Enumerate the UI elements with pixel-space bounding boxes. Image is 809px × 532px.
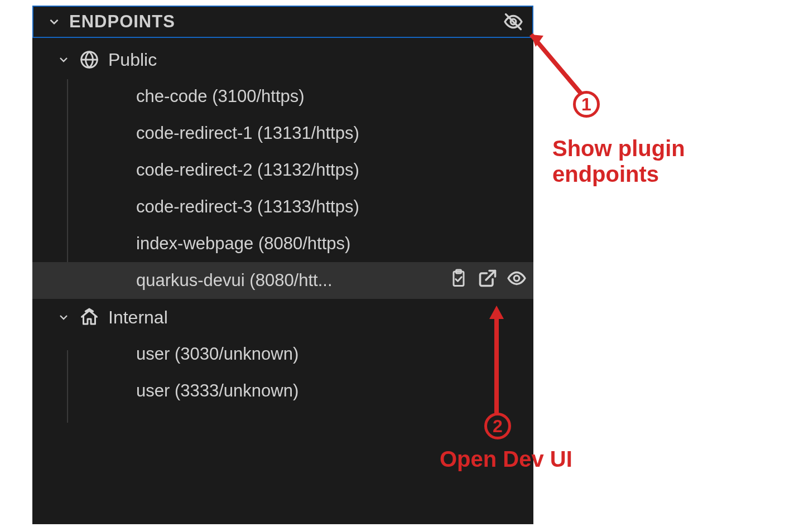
endpoint-item[interactable]: user (3030/unknown) bbox=[32, 336, 533, 373]
endpoint-label: code-redirect-3 (13133/https) bbox=[136, 197, 359, 217]
group-row-internal[interactable]: Internal bbox=[32, 299, 533, 336]
svg-line-6 bbox=[486, 271, 495, 280]
chevron-down-icon bbox=[47, 14, 61, 29]
eye-icon[interactable] bbox=[507, 268, 527, 293]
endpoints-tree: Public che-code (3100/https) code-redire… bbox=[32, 38, 533, 409]
annotation-text-2: Open Dev UI bbox=[440, 446, 572, 472]
annotation-badge-1: 1 bbox=[573, 91, 600, 118]
panel-title: ENDPOINTS bbox=[69, 12, 175, 32]
eye-off-icon[interactable] bbox=[503, 12, 523, 32]
group-label: Internal bbox=[108, 307, 168, 328]
annotation-badge-2: 2 bbox=[484, 413, 511, 439]
endpoint-label: user (3030/unknown) bbox=[136, 344, 298, 364]
endpoint-item[interactable]: code-redirect-2 (13132/https) bbox=[32, 152, 533, 188]
group-row-public[interactable]: Public bbox=[32, 41, 533, 78]
endpoints-panel-header[interactable]: ENDPOINTS bbox=[32, 6, 533, 38]
endpoint-label: quarkus-devui (8080/htt... bbox=[136, 270, 333, 291]
globe-icon bbox=[79, 50, 99, 70]
clipboard-icon[interactable] bbox=[449, 268, 469, 293]
endpoint-item[interactable]: code-redirect-1 (13131/https) bbox=[32, 115, 533, 152]
endpoint-label: user (3333/unknown) bbox=[136, 381, 298, 401]
annotation-text-1: Show plugin endpoints bbox=[552, 136, 685, 187]
svg-line-8 bbox=[531, 35, 586, 99]
endpoint-label: che-code (3100/https) bbox=[136, 86, 305, 107]
endpoint-label: code-redirect-1 (13131/https) bbox=[136, 123, 359, 143]
annotation-arrow-2 bbox=[491, 301, 513, 424]
group-label: Public bbox=[108, 50, 157, 70]
endpoint-label: index-webpage (8080/https) bbox=[136, 234, 350, 254]
endpoint-item[interactable]: user (3333/unknown) bbox=[32, 373, 533, 409]
endpoint-item[interactable]: code-redirect-3 (13133/https) bbox=[32, 188, 533, 225]
endpoint-item[interactable]: index-webpage (8080/https) bbox=[32, 225, 533, 262]
endpoint-label: code-redirect-2 (13132/https) bbox=[136, 160, 359, 180]
chevron-down-icon bbox=[57, 53, 70, 66]
endpoint-item-quarkus-devui[interactable]: quarkus-devui (8080/htt... bbox=[32, 262, 533, 299]
endpoint-item[interactable]: che-code (3100/https) bbox=[32, 78, 533, 115]
home-icon bbox=[79, 307, 99, 327]
svg-point-7 bbox=[514, 275, 519, 281]
chevron-down-icon bbox=[57, 311, 70, 324]
open-external-icon[interactable] bbox=[478, 268, 498, 293]
svg-marker-11 bbox=[489, 306, 504, 319]
